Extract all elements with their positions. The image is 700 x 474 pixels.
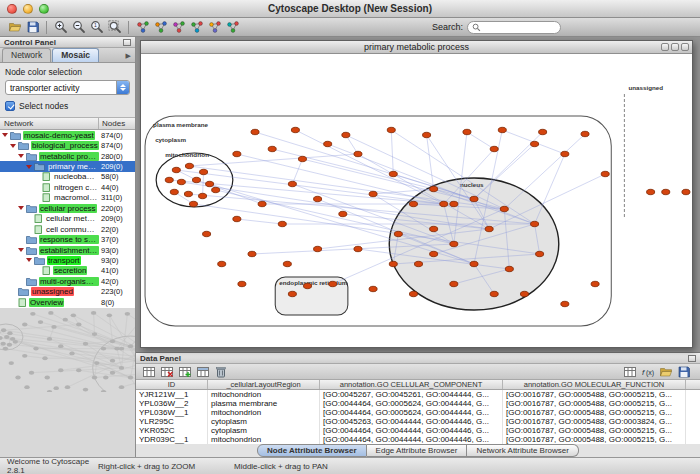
network-node[interactable] (172, 167, 180, 172)
network-node[interactable] (470, 196, 478, 201)
network-node[interactable] (184, 191, 192, 196)
network-node[interactable] (192, 177, 200, 182)
network-node[interactable] (485, 226, 493, 231)
table-row[interactable]: YKR052Ccytoplasm[GO:0044464, GO:0044444,… (136, 426, 700, 435)
plugin-manager-icon[interactable] (224, 19, 241, 36)
search-field[interactable] (467, 21, 561, 34)
network-node[interactable] (369, 191, 377, 196)
network-node[interactable] (288, 181, 296, 186)
save-session-icon[interactable] (24, 19, 41, 36)
network-node[interactable] (389, 261, 397, 266)
network-node[interactable] (430, 226, 438, 231)
export-attributes-icon[interactable] (675, 363, 692, 380)
attribute-table-icon[interactable] (621, 363, 638, 380)
network-node[interactable] (251, 129, 259, 134)
hide-selected-icon[interactable] (152, 19, 169, 36)
tree-row[interactable]: primary metabolic process209(0) (0, 161, 135, 171)
tree-row[interactable]: multi-organism process42(0) (0, 276, 135, 286)
tree-row[interactable]: cellular process220(0) (0, 203, 135, 213)
column-header[interactable]: annotation.GO CELLULAR_COMPONENT (320, 380, 503, 389)
tree-row[interactable]: unassigned223(0) (0, 287, 135, 297)
table-row[interactable]: YPL036W__1mitochondrion[GO:0044464, GO:0… (136, 408, 700, 417)
network-node[interactable] (520, 291, 528, 296)
network-node[interactable] (450, 241, 458, 246)
birdseye-view[interactable] (0, 308, 135, 457)
column-header[interactable]: ID (136, 380, 208, 389)
zoom-in-icon[interactable] (52, 19, 69, 36)
network-node[interactable] (218, 261, 226, 266)
float-panel-icon[interactable] (123, 39, 131, 46)
network-node[interactable] (314, 246, 322, 251)
network-node[interactable] (203, 231, 211, 236)
tree-row[interactable]: secretion41(0) (0, 266, 135, 276)
network-node[interactable] (561, 301, 569, 306)
network-node[interactable] (189, 201, 197, 206)
tab-edge-attribute-browser[interactable]: Edge Attribute Browser (367, 444, 468, 457)
network-node[interactable] (238, 281, 246, 286)
network-node[interactable] (647, 189, 655, 194)
network-node[interactable] (354, 151, 362, 156)
tree-expander-icon[interactable] (10, 144, 16, 148)
tree-column-network[interactable]: Network (0, 118, 99, 129)
import-network-icon[interactable] (188, 19, 205, 36)
tree-row[interactable]: establishment of localization93(0) (0, 245, 135, 255)
network-node[interactable] (170, 189, 178, 194)
tree-row[interactable]: cellular metabolic process209(0) (0, 214, 135, 224)
network-node[interactable] (662, 189, 670, 194)
tree-row[interactable]: nitrogen compound metabolic process44(0) (0, 182, 135, 192)
network-node[interactable] (414, 261, 422, 266)
tree-expander-icon[interactable] (2, 133, 8, 137)
network-node[interactable] (268, 146, 276, 151)
network-node[interactable] (539, 129, 547, 134)
minimize-window-button[interactable] (23, 4, 33, 14)
table-row[interactable]: YLR295Ccytoplasm[GO:0045263, GO:0044444,… (136, 417, 700, 426)
tree-row[interactable]: metabolic process280(0) (0, 151, 135, 161)
tree-row[interactable]: Overview8(0) (0, 297, 135, 307)
zoom-out-icon[interactable] (70, 19, 87, 36)
network-node[interactable] (430, 186, 438, 191)
window-titlebar[interactable]: Cytoscape Desktop (New Session) (0, 0, 700, 18)
network-node[interactable] (394, 231, 402, 236)
network-node[interactable] (342, 132, 350, 137)
network-node[interactable] (505, 266, 513, 271)
network-node[interactable] (409, 291, 417, 296)
tree-column-nodes[interactable]: Nodes (99, 118, 135, 129)
network-node[interactable] (329, 281, 337, 286)
zoom-window-button[interactable] (39, 4, 49, 14)
search-input[interactable] (484, 22, 554, 32)
network-node[interactable] (354, 246, 362, 251)
tree-expander-icon[interactable] (18, 206, 24, 210)
network-node[interactable] (682, 189, 690, 194)
network-node[interactable] (387, 127, 395, 132)
network-node[interactable] (288, 291, 296, 296)
tree-expander-icon[interactable] (18, 248, 24, 252)
show-graphics-details-icon[interactable] (134, 19, 151, 36)
tab-network-attribute-browser[interactable]: Network Attribute Browser (467, 444, 578, 457)
network-node[interactable] (561, 151, 569, 156)
frame-minimize-button[interactable] (661, 43, 669, 51)
column-header[interactable]: _cellularLayoutRegion (208, 380, 320, 389)
network-node[interactable] (278, 221, 286, 226)
tab-node-attribute-browser[interactable]: Node Attribute Browser (257, 444, 367, 457)
network-node[interactable] (470, 261, 478, 266)
vizmapper-icon[interactable] (206, 19, 223, 36)
network-node[interactable] (283, 261, 291, 266)
table-row[interactable]: YPL036W__2plasma membrane[GO:0044464, GO… (136, 399, 700, 408)
network-node[interactable] (199, 193, 207, 198)
network-node[interactable] (206, 181, 214, 186)
column-header[interactable]: annotation.GO MOLECULAR_FUNCTION (503, 380, 686, 389)
network-node[interactable] (314, 196, 322, 201)
new-network-from-selection-icon[interactable] (170, 19, 187, 36)
tree-row[interactable]: nucleobase metabolic process58(0) (0, 172, 135, 182)
table-row[interactable]: YJR121W__1mitochondrion[GO:0045267, GO:0… (136, 390, 700, 399)
network-node[interactable] (233, 216, 241, 221)
network-node[interactable] (248, 251, 256, 256)
network-node[interactable] (324, 141, 332, 146)
select-attributes-icon[interactable] (194, 363, 211, 380)
unselect-all-attributes-icon[interactable] (158, 363, 175, 380)
network-node[interactable] (233, 151, 241, 156)
network-node[interactable] (500, 206, 508, 211)
node-color-dropdown[interactable]: transporter activity (5, 80, 130, 95)
network-node[interactable] (450, 281, 458, 286)
table-row[interactable]: YDR039C__1mitochondrion[GO:0044464, GO:0… (136, 435, 700, 444)
